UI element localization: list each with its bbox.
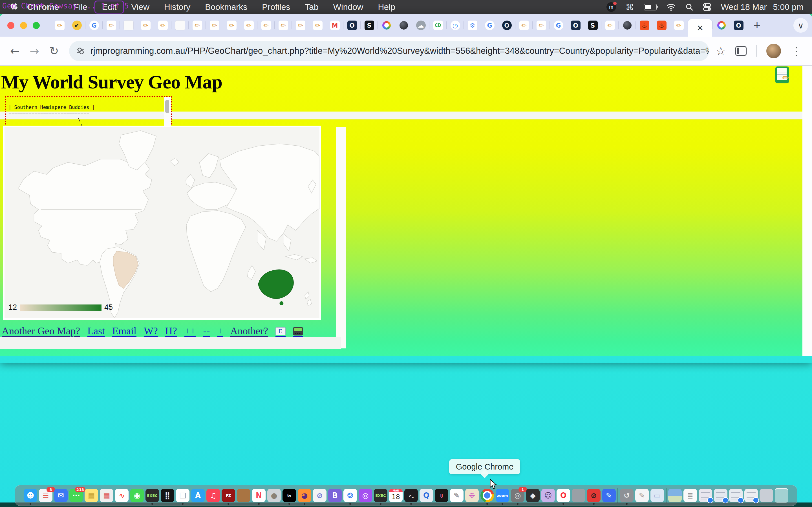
dock-item-palette[interactable]: ❉ bbox=[465, 489, 479, 502]
tab-flame-35[interactable]: ♨ bbox=[653, 14, 670, 37]
tab-dots-19[interactable] bbox=[378, 14, 395, 37]
dock-item-news[interactable]: N bbox=[252, 489, 266, 502]
link-another-geo-map[interactable]: Another Geo Map? bbox=[2, 325, 80, 337]
zoom-window-button[interactable] bbox=[33, 22, 40, 29]
tab-pencil-3[interactable]: ✏ bbox=[103, 14, 120, 37]
dock-item-apps-folder[interactable]: ↺ bbox=[620, 489, 633, 502]
tab-CD-22[interactable]: CD bbox=[429, 14, 447, 37]
dock-item-gray-thumb[interactable] bbox=[760, 489, 773, 502]
dock-item-mail[interactable]: ✉ bbox=[54, 489, 68, 502]
wifi-icon[interactable] bbox=[666, 3, 676, 11]
dock-item-reminders[interactable]: ☰3 bbox=[39, 489, 52, 502]
back-button[interactable]: ← bbox=[10, 45, 20, 57]
tab-gear-24[interactable]: ⚙ bbox=[464, 14, 481, 37]
link-[interactable]: + bbox=[217, 325, 223, 337]
dock-item-apple-tv[interactable]: tv bbox=[283, 489, 296, 502]
dock-item-pet-face[interactable]: ☺ bbox=[541, 489, 555, 502]
control-center-icon[interactable] bbox=[703, 3, 711, 11]
dock-item-photo-thumb[interactable] bbox=[668, 489, 682, 502]
dock-item-folder-preview[interactable]: ▭ bbox=[651, 489, 664, 502]
geo-chart[interactable]: 12 45 bbox=[4, 127, 319, 318]
profile-avatar[interactable] bbox=[766, 44, 781, 58]
dock-item-no-entry[interactable]: ⊘ bbox=[313, 489, 326, 502]
tab-O-30[interactable]: O bbox=[567, 14, 584, 37]
link-[interactable]: -- bbox=[203, 325, 210, 337]
dock-item-trash[interactable] bbox=[775, 488, 788, 503]
menu-item-help[interactable]: Help bbox=[370, 1, 403, 13]
tab-page-4[interactable] bbox=[120, 14, 137, 37]
dock-item-calendar[interactable]: MAR18 bbox=[389, 489, 403, 502]
battery-icon[interactable] bbox=[644, 4, 657, 10]
tab-G-29[interactable]: G bbox=[550, 14, 567, 37]
tab-pencil-6[interactable]: ✏ bbox=[154, 14, 171, 37]
dock-item-app-store[interactable]: A bbox=[191, 489, 205, 502]
bookmark-star-icon[interactable]: ☆ bbox=[716, 45, 726, 57]
link-last[interactable]: Last bbox=[87, 325, 105, 337]
dock-item-fitness[interactable]: ∿ bbox=[115, 489, 129, 502]
active-tab[interactable]: ✕ bbox=[688, 14, 713, 37]
dock-item-keypad[interactable]: ⣿ bbox=[161, 489, 174, 502]
dock-item-blue-pen[interactable]: ✎ bbox=[602, 489, 616, 502]
tab-pencil-36[interactable]: ✏ bbox=[670, 14, 688, 37]
browser-menu-icon[interactable]: ⋮ bbox=[791, 45, 802, 57]
dock-item-wood-app[interactable] bbox=[237, 489, 250, 502]
dock-item-exec-dark-2[interactable]: EXEC bbox=[374, 489, 388, 502]
dock-item-inkscape[interactable]: ◆ bbox=[526, 489, 540, 502]
tab-pencil-12[interactable]: ✏ bbox=[257, 14, 274, 37]
dock-item-messages[interactable]: ⋯213 bbox=[69, 489, 83, 502]
minimize-window-button[interactable] bbox=[20, 22, 27, 29]
close-window-button[interactable] bbox=[7, 22, 14, 29]
new-tab-button[interactable]: + bbox=[747, 14, 767, 37]
tab-pencil-32[interactable]: ✏ bbox=[601, 14, 619, 37]
dock-item-finder[interactable]: ☻ bbox=[24, 489, 37, 502]
dock-item-gauge[interactable]: ⊘ bbox=[587, 489, 601, 502]
tab-G-2[interactable]: G bbox=[86, 14, 103, 37]
tab-clock-23[interactable]: ◷ bbox=[447, 14, 464, 37]
tab-pencil-13[interactable]: ✏ bbox=[274, 14, 292, 37]
tab-pencil-27[interactable]: ✏ bbox=[515, 14, 532, 37]
url-text[interactable]: rjmprogramming.com.au/PHP/GeoChart/geo_c… bbox=[91, 46, 709, 56]
dock-item-podcasts[interactable]: ◎ bbox=[359, 489, 372, 502]
dock-item-notes[interactable]: ▤ bbox=[85, 489, 98, 502]
tab-check-1[interactable]: ✔ bbox=[68, 14, 86, 37]
tab-dots-38[interactable] bbox=[713, 14, 730, 37]
forward-button[interactable]: → bbox=[30, 45, 40, 57]
menu-item-history[interactable]: History bbox=[157, 1, 198, 13]
dock-item-knot[interactable]: ◎1 bbox=[511, 489, 524, 502]
tab-pencil-8[interactable]: ✏ bbox=[189, 14, 206, 37]
pager-icon[interactable] bbox=[293, 327, 303, 337]
tab-gmail-16[interactable]: M bbox=[326, 14, 343, 37]
dock-item-bbedit[interactable]: B bbox=[328, 489, 342, 502]
link-[interactable]: ++ bbox=[185, 325, 196, 337]
link-email[interactable]: Email bbox=[112, 325, 137, 337]
dock-item-firefox[interactable]: ◕ bbox=[298, 489, 311, 502]
menu-bar-date[interactable]: Wed 18 Mar bbox=[721, 2, 767, 12]
menu-item-tab[interactable]: Tab bbox=[297, 1, 326, 13]
dock-item-launchpad[interactable]: ▦ bbox=[100, 489, 113, 502]
tab-O-39[interactable]: O bbox=[730, 14, 747, 37]
tab-pencil-10[interactable]: ✏ bbox=[223, 14, 240, 37]
link-h[interactable]: H? bbox=[165, 325, 177, 337]
cowsay-tooltip-box[interactable]: ____________________________ | Southern … bbox=[5, 96, 172, 130]
email-icon[interactable]: E bbox=[275, 327, 286, 337]
tab-pencil-14[interactable]: ✏ bbox=[292, 14, 309, 37]
dock-item-intellij[interactable]: IJ bbox=[435, 489, 448, 502]
dock-item-filezilla[interactable]: FZ bbox=[221, 489, 235, 502]
menu-item-bookmarks[interactable]: Bookmarks bbox=[198, 1, 255, 13]
dock-item-quicktime[interactable]: Q bbox=[419, 489, 433, 502]
dock-item-music[interactable]: ♫ bbox=[206, 489, 220, 502]
tab-pencil-15[interactable]: ✏ bbox=[309, 14, 326, 37]
dock-item-critter[interactable]: ● bbox=[267, 489, 281, 502]
dock-item-window-thumb-2[interactable] bbox=[714, 489, 727, 502]
tab-pencil-11[interactable]: ✏ bbox=[240, 14, 257, 37]
dock-item-window-thumb-4[interactable] bbox=[744, 489, 758, 502]
page-scrollbar-track[interactable] bbox=[802, 66, 812, 356]
tab-pencil-28[interactable]: ✏ bbox=[532, 14, 550, 37]
side-panel-icon[interactable] bbox=[735, 46, 747, 56]
dock-item-terminal[interactable]: >_ bbox=[404, 489, 418, 502]
dock-item-doc-pen[interactable]: ✎ bbox=[635, 489, 649, 502]
tab-S-18[interactable]: S bbox=[361, 14, 378, 37]
tab-pencil-9[interactable]: ✏ bbox=[206, 14, 223, 37]
dock-item-exec-dark[interactable]: EXEC bbox=[146, 489, 159, 502]
reload-button[interactable]: ↻ bbox=[49, 45, 59, 57]
